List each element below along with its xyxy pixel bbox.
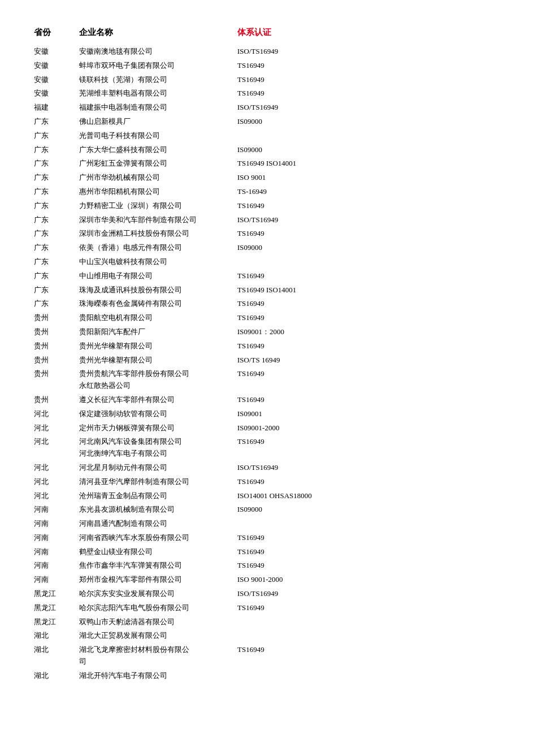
cell-province: 安徽 (34, 46, 79, 58)
cell-province: 安徽 (34, 88, 79, 100)
cell-cert: TS-16949 (237, 186, 407, 198)
table-row: 安徽安徽南澳地毯有限公司ISO/TS16949 (34, 45, 500, 59)
cell-province: 广东 (34, 228, 79, 240)
cell-company: 广州市华劲机械有限公司 (79, 172, 237, 184)
cell-cert: IS09000 (237, 144, 407, 156)
cell-province: 广东 (34, 214, 79, 226)
cell-cert: TS16949 (237, 298, 407, 310)
cell-company: 河南省西峡汽车水泵股份有限公司 (79, 532, 237, 544)
cell-cert: TS16949 (237, 312, 407, 324)
cell-cert: ISO/TS16949 (237, 588, 407, 600)
cell-company: 贵阳新阳汽车配件厂 (79, 326, 237, 338)
table-row: 河南东光县友源机械制造有限公司IS09000 (34, 503, 500, 517)
cell-cert: ISO 9001 (237, 172, 407, 184)
cell-province: 广东 (34, 256, 79, 268)
table-row: 河北沧州瑞青五金制品有限公司ISO14001 OHSAS18000 (34, 489, 500, 503)
cell-cert: IS09000 (237, 116, 407, 128)
cell-cert (237, 616, 407, 628)
table-row: 河北河北星月制动元件有限公司ISO/TS16949 (34, 461, 500, 475)
cell-company: 贵州贵航汽车零部件股份有限公司永红散热器公司 (79, 368, 237, 392)
table-row: 广东广东大华仁盛科技有限公司IS09000 (34, 143, 500, 157)
cell-province: 黑龙江 (34, 616, 79, 628)
cell-company: 沧州瑞青五金制品有限公司 (79, 490, 237, 502)
cell-cert: IS09001：2000 (237, 326, 407, 338)
cell-province: 河北 (34, 408, 79, 420)
cell-cert: TS16949 (237, 368, 407, 392)
cell-company: 惠州市华阳精机有限公司 (79, 186, 237, 198)
table-row: 河南鹤壁金山镁业有限公司TS16949 (34, 545, 500, 559)
cell-province: 广东 (34, 284, 79, 296)
header-cert: 体系认证 (237, 27, 407, 38)
cell-company: 哈尔滨志阳汽车电气股份有限公司 (79, 602, 237, 614)
cell-cert: ISO/TS16949 (237, 102, 407, 114)
cell-cert: TS16949 (237, 340, 407, 352)
cell-province: 黑龙江 (34, 588, 79, 600)
table-row: 河南河南省西峡汽车水泵股份有限公司TS16949 (34, 531, 500, 545)
cell-company: 贵州光华橡塑有限公司 (79, 355, 237, 366)
cell-cert: ISO/TS16949 (237, 46, 407, 58)
cell-cert: ISO/TS 16949 (237, 355, 407, 366)
cell-company: 广州彩虹五金弹簧有限公司 (79, 158, 237, 170)
cell-company: 哈尔滨东安实业发展有限公司 (79, 588, 237, 600)
cell-company: 中山维用电子有限公司 (79, 270, 237, 282)
table-row: 广东中山维用电子有限公司TS16949 (34, 269, 500, 283)
table-header: 省份 企业名称 体系认证 (34, 23, 500, 42)
cell-company: 镁联科技（芜湖）有限公司 (79, 74, 237, 86)
cell-province: 广东 (34, 270, 79, 282)
cell-company: 安徽南澳地毯有限公司 (79, 46, 237, 58)
cell-company: 依美（香港）电感元件有限公司 (79, 242, 237, 254)
cell-cert: IS09000 (237, 504, 407, 516)
table-row: 贵州遵义长征汽车零部件有限公司TS16949 (34, 393, 500, 407)
cell-company: 焦作市鑫华丰汽车弹簧有限公司 (79, 560, 237, 572)
table-row: 贵州贵州光华橡塑有限公司ISO/TS 16949 (34, 353, 500, 368)
cell-company: 珠海嶸泰有色金属铸件有限公司 (79, 298, 237, 310)
cell-company: 湖北开特汽车电子有限公司 (79, 670, 237, 682)
cell-company: 清河县亚华汽摩部件制造有限公司 (79, 476, 237, 488)
cell-company: 珠海及成通讯科技股份有限公司 (79, 284, 237, 296)
table-row: 河北保定建强制动软管有限公司IS09001 (34, 407, 500, 421)
cell-province: 安徽 (34, 74, 79, 86)
cell-cert: TS16949 (237, 200, 407, 212)
cell-province: 河南 (34, 504, 79, 516)
cell-cert: TS16949 (237, 644, 407, 668)
cell-province: 河南 (34, 518, 79, 530)
cell-province: 安徽 (34, 60, 79, 72)
cell-cert: IS09000 (237, 242, 407, 254)
cell-cert: TS16949 (237, 60, 407, 72)
cell-company: 深圳市金洲精工科技股份有限公司 (79, 228, 237, 240)
table-row: 贵州贵州光华橡塑有限公司TS16949 (34, 339, 500, 353)
header-province: 省份 (34, 27, 79, 38)
cell-cert: TS16949 (237, 228, 407, 240)
cell-cert: TS16949 (237, 88, 407, 100)
cell-cert: TS16949 (237, 560, 407, 572)
table-row: 黑龙江哈尔滨东安实业发展有限公司ISO/TS16949 (34, 587, 500, 601)
cell-company: 河北南风汽车设备集团有限公司河北衡绅汽车电子有限公司 (79, 436, 237, 460)
cell-province: 贵州 (34, 368, 79, 392)
table-row: 广东广州市华劲机械有限公司ISO 9001 (34, 171, 500, 185)
cell-province: 福建 (34, 102, 79, 114)
cell-company: 贵阳航空电机有限公司 (79, 312, 237, 324)
cell-province: 湖北 (34, 630, 79, 642)
cell-province: 广东 (34, 158, 79, 170)
cell-cert: IS09001-2000 (237, 422, 407, 434)
cell-company: 东光县友源机械制造有限公司 (79, 504, 237, 516)
cell-cert: ISO14001 OHSAS18000 (237, 490, 407, 502)
cell-company: 贵州光华橡塑有限公司 (79, 340, 237, 352)
cell-cert: IS09001 (237, 408, 407, 420)
cell-province: 贵州 (34, 394, 79, 406)
cell-company: 遵义长征汽车零部件有限公司 (79, 394, 237, 406)
table-row: 贵州贵州贵航汽车零部件股份有限公司永红散热器公司TS16949 (34, 367, 500, 393)
cell-cert (237, 670, 407, 682)
table-row: 河北定州市天力钢板弹簧有限公司IS09001-2000 (34, 421, 500, 435)
cell-province: 贵州 (34, 340, 79, 352)
table-row: 福建福建振中电器制造有限公司ISO/TS16949 (34, 101, 500, 115)
cell-company: 河北星月制动元件有限公司 (79, 462, 237, 474)
cell-company: 芜湖维丰塑料电器有限公司 (79, 88, 237, 100)
table-row: 广东珠海嶸泰有色金属铸件有限公司TS16949 (34, 297, 500, 311)
cell-province: 贵州 (34, 355, 79, 366)
cell-province: 广东 (34, 242, 79, 254)
cell-company: 力野精密工业（深圳）有限公司 (79, 200, 237, 212)
table-row: 安徽镁联科技（芜湖）有限公司TS16949 (34, 73, 500, 87)
cell-province: 河北 (34, 422, 79, 434)
cell-company: 定州市天力钢板弹簧有限公司 (79, 422, 237, 434)
